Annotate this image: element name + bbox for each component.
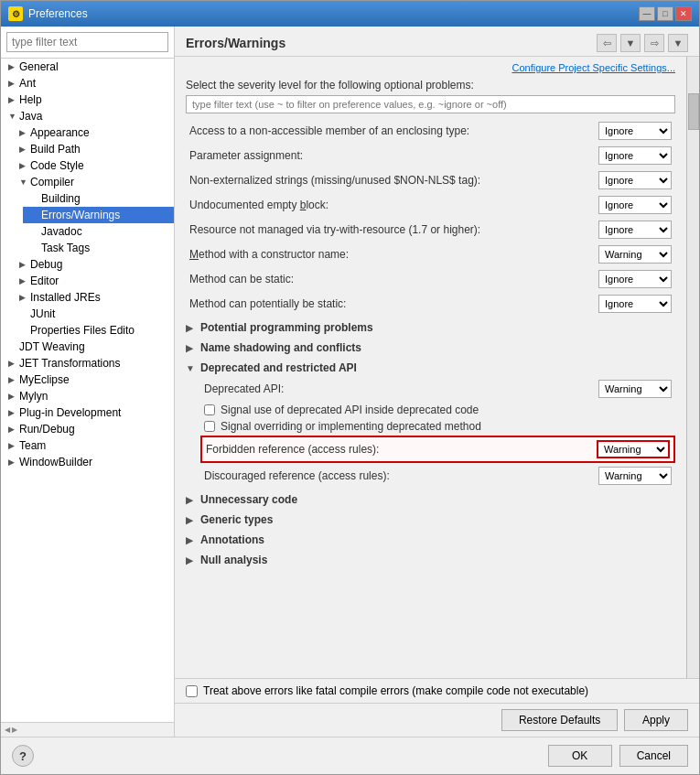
sidebar-item-installedjres[interactable]: ▶ Installed JREs xyxy=(12,289,174,306)
section-header-annotations[interactable]: ▶ Annotations xyxy=(186,529,675,549)
severity-select-methodstatic[interactable]: IgnoreWarningError xyxy=(598,270,672,288)
problem-row-depapi: Deprecated API: IgnoreWarningError xyxy=(200,377,675,402)
filter-problems-input[interactable] xyxy=(186,95,675,113)
checkbox-row-signal-dep: Signal use of deprecated API inside depr… xyxy=(200,402,675,418)
section-header-nameshadowing[interactable]: ▶ Name shadowing and conflicts xyxy=(186,337,675,357)
sidebar-label-javadoc: Javadoc xyxy=(41,225,82,238)
sidebar-item-windowbuilder[interactable]: ▶ WindowBuilder xyxy=(1,454,174,470)
section-label-nullanalysis: Null analysis xyxy=(200,554,267,566)
sidebar-item-rundebug[interactable]: ▶ Run/Debug xyxy=(1,421,174,437)
checkbox-row-signal-override: Signal overriding or implementing deprec… xyxy=(200,418,675,435)
expand-arrow-annotations: ▶ xyxy=(186,535,197,545)
right-scroll-container: Configure Project Specific Settings... S… xyxy=(175,57,699,678)
sidebar-item-myeclipse[interactable]: ▶ MyEclipse xyxy=(1,371,174,388)
severity-select-undoc[interactable]: IgnoreWarningError xyxy=(598,196,672,214)
section-header-generics[interactable]: ▶ Generic types xyxy=(186,509,675,529)
sidebar-item-mylyn[interactable]: ▶ Mylyn xyxy=(1,388,174,404)
severity-select-depapi[interactable]: IgnoreWarningError xyxy=(598,380,672,398)
problem-label-nonexternalized: Non-externalized strings (missing/unused… xyxy=(189,174,598,187)
right-scrollbar[interactable] xyxy=(686,57,699,678)
sidebar-item-junit[interactable]: JUnit xyxy=(12,306,174,322)
expand-arrow-compiler: ▼ xyxy=(19,178,30,187)
restore-defaults-button[interactable]: Restore Defaults xyxy=(501,709,618,731)
left-scroll-bar[interactable]: ◀ ▶ xyxy=(1,722,174,737)
expand-arrow-editor: ▶ xyxy=(19,276,30,285)
problem-label-access: Access to a non-accessible member of an … xyxy=(189,124,598,137)
sidebar-item-ant[interactable]: ▶ Ant xyxy=(1,75,174,91)
section-header-potential[interactable]: ▶ Potential programming problems xyxy=(186,317,675,337)
section-header-deprecated[interactable]: ▼ Deprecated and restricted API xyxy=(186,357,675,377)
sidebar-label-help: Help xyxy=(19,93,42,106)
severity-select-resource[interactable]: IgnoreWarningError xyxy=(598,221,672,239)
checkbox-signal-dep[interactable] xyxy=(204,404,215,415)
scrollbar-thumb[interactable] xyxy=(688,93,699,130)
expand-arrow-appearance: ▶ xyxy=(19,128,30,137)
sidebar-item-general[interactable]: ▶ General xyxy=(1,59,174,75)
bottom-bar: Treat above errors like fatal compile er… xyxy=(175,678,699,703)
section-header-unnecessary[interactable]: ▶ Unnecessary code xyxy=(186,489,675,509)
sidebar-item-appearance[interactable]: ▶ Appearance xyxy=(12,124,174,141)
ok-button[interactable]: OK xyxy=(548,745,612,767)
section-header-nullanalysis[interactable]: ▶ Null analysis xyxy=(186,549,675,569)
nav-forward-dropdown-button[interactable]: ▼ xyxy=(668,34,688,52)
cancel-button[interactable]: Cancel xyxy=(619,745,688,767)
sidebar-item-jdtweaving[interactable]: JDT Weaving xyxy=(1,339,174,355)
help-button[interactable]: ? xyxy=(12,745,34,767)
expand-arrow-unnecessary: ▶ xyxy=(186,495,197,505)
severity-select-discouraged[interactable]: IgnoreWarningError xyxy=(598,467,672,485)
severity-select-param[interactable]: IgnoreWarningError xyxy=(598,146,672,165)
filter-input[interactable] xyxy=(6,32,168,52)
sidebar-item-plugindev[interactable]: ▶ Plug-in Development xyxy=(1,404,174,421)
sidebar-label-general: General xyxy=(19,60,59,73)
sidebar-item-team[interactable]: ▶ Team xyxy=(1,437,174,454)
fatal-checkbox[interactable] xyxy=(186,685,198,697)
sidebar-item-jettransform[interactable]: ▶ JET Transformations xyxy=(1,355,174,371)
config-project-link[interactable]: Configure Project Specific Settings... xyxy=(186,60,675,75)
expand-arrow-buildpath: ▶ xyxy=(19,145,30,154)
severity-select-access[interactable]: IgnoreWarningError xyxy=(598,122,672,140)
sidebar-item-propfiles[interactable]: Properties Files Edito xyxy=(12,322,174,339)
right-panel-title: Errors/Warnings xyxy=(186,36,285,50)
sidebar-item-buildpath[interactable]: ▶ Build Path xyxy=(12,141,174,157)
sidebar-item-compiler[interactable]: ▼ Compiler xyxy=(12,174,174,190)
nav-dropdown-button[interactable]: ▼ xyxy=(620,34,641,52)
problem-label-param: Parameter assignment: xyxy=(189,149,598,162)
sidebar-label-errorswarnings: Errors/Warnings xyxy=(41,209,120,221)
sidebar-item-editor[interactable]: ▶ Editor xyxy=(12,273,174,289)
maximize-button[interactable]: □ xyxy=(657,6,673,21)
apply-button[interactable]: Apply xyxy=(624,709,688,731)
severity-select-methodpotential[interactable]: IgnoreWarningError xyxy=(598,295,672,313)
sidebar-label-propfiles: Properties Files Edito xyxy=(30,324,135,337)
close-button[interactable]: ✕ xyxy=(675,6,692,21)
deprecated-subsection: Deprecated API: IgnoreWarningError Signa… xyxy=(186,377,675,489)
sidebar-item-building[interactable]: Building xyxy=(23,190,174,207)
sidebar-label-compiler: Compiler xyxy=(30,176,74,188)
problem-row-param: Parameter assignment: IgnoreWarningError xyxy=(186,144,675,168)
sidebar-item-debug[interactable]: ▶ Debug xyxy=(12,256,174,273)
sidebar-label-debug: Debug xyxy=(30,258,62,271)
java-children: ▶ Appearance ▶ Build Path ▶ Code Style ▼… xyxy=(1,124,174,339)
section-label-unnecessary: Unnecessary code xyxy=(200,493,297,506)
sidebar-item-tasktags[interactable]: Task Tags xyxy=(23,240,174,256)
checkbox-signal-override[interactable] xyxy=(204,421,215,432)
sidebar-item-javadoc[interactable]: Javadoc xyxy=(23,223,174,240)
severity-select-nonexternalized[interactable]: IgnoreWarningError xyxy=(598,171,672,189)
problem-row-access: Access to a non-accessible member of an … xyxy=(186,119,675,144)
section-label-generics: Generic types xyxy=(200,513,273,526)
expand-arrow-rundebug: ▶ xyxy=(8,425,19,434)
sidebar-item-codestyle[interactable]: ▶ Code Style xyxy=(12,157,174,174)
minimize-button[interactable]: — xyxy=(639,6,655,21)
expand-arrow-codestyle: ▶ xyxy=(19,161,30,170)
nav-forward-button[interactable]: ⇨ xyxy=(644,34,664,52)
main-content: ▶ General ▶ Ant ▶ Help ▼ Java xyxy=(1,27,699,737)
underline-method: M xyxy=(189,248,199,261)
nav-back-button[interactable]: ⇦ xyxy=(597,34,617,52)
sidebar-item-help[interactable]: ▶ Help xyxy=(1,91,174,108)
sidebar-item-errorswarnings[interactable]: Errors/Warnings xyxy=(23,207,174,223)
severity-select-forbidden[interactable]: IgnoreWarningError xyxy=(597,440,670,458)
sidebar-label-team: Team xyxy=(19,439,46,452)
expand-arrow-general: ▶ xyxy=(8,62,19,71)
severity-select-methodctor[interactable]: IgnoreWarningError xyxy=(598,245,672,264)
sidebar-item-java[interactable]: ▼ Java xyxy=(1,108,174,124)
section-label-annotations: Annotations xyxy=(200,533,264,546)
